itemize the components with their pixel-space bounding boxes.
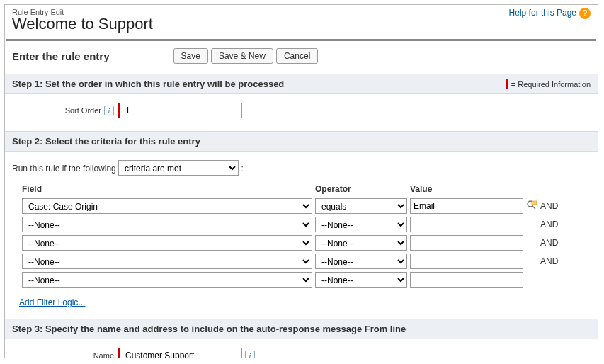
svg-rect-2 [532,201,537,205]
operator-select[interactable]: --None-- [315,272,407,288]
value-input[interactable] [410,254,523,269]
criteria-sentence: Run this rule if the following criteria … [12,160,591,176]
field-select[interactable]: --None-- [22,217,312,232]
sort-order-label: Sort Orderi [12,106,118,115]
info-icon[interactable]: i [245,351,255,358]
name-input[interactable] [122,348,242,358]
and-label: AND [540,235,558,251]
step2-header: Step 2: Select the criteria for this rul… [5,131,598,152]
col-operator: Operator [315,184,407,195]
info-icon[interactable]: i [104,106,114,115]
lookup-icon[interactable] [526,200,537,211]
col-field: Field [22,184,312,195]
save-and-new-button[interactable]: Save & New [211,48,273,64]
operator-select[interactable]: --None-- [315,217,407,232]
criteria-mode-select[interactable]: criteria are met [118,160,239,176]
value-input[interactable] [410,217,523,232]
cancel-button[interactable]: Cancel [276,48,318,64]
svg-line-1 [532,206,535,209]
form-title: Enter the rule entry [12,50,110,62]
add-filter-logic-link[interactable]: Add Filter Logic... [19,297,85,307]
value-input[interactable] [410,235,523,251]
field-select[interactable]: --None-- [22,254,312,269]
value-input[interactable] [410,198,523,214]
operator-select[interactable]: --None-- [315,254,407,269]
col-value: Value [410,184,523,195]
and-label: AND [540,217,558,232]
field-select[interactable]: --None-- [22,235,312,251]
criteria-row: --None-- --None-- AND [22,217,558,232]
page-title: Welcome to Support [12,15,591,33]
and-label: AND [540,198,558,214]
name-label: Name [12,351,118,358]
operator-select[interactable]: --None-- [315,235,407,251]
step1-header: Step 1: Set the order in which this rule… [5,74,598,94]
field-select[interactable]: Case: Case Origin [22,198,312,214]
criteria-row: --None-- --None-- AND [22,254,558,269]
operator-select[interactable]: equals [315,198,407,214]
criteria-row: --None-- --None-- [22,272,558,288]
and-label: AND [540,254,558,269]
criteria-row: --None-- --None-- AND [22,235,558,251]
help-icon: ? [579,8,591,19]
value-input[interactable] [410,272,523,288]
help-link[interactable]: Help for this Page? [509,8,591,19]
step3-header: Step 3: Specify the name and address to … [5,319,598,339]
field-select[interactable]: --None-- [22,272,312,288]
criteria-row: Case: Case Origin equals AND [22,198,558,214]
sort-order-input[interactable] [122,103,242,118]
save-button[interactable]: Save [173,48,208,64]
